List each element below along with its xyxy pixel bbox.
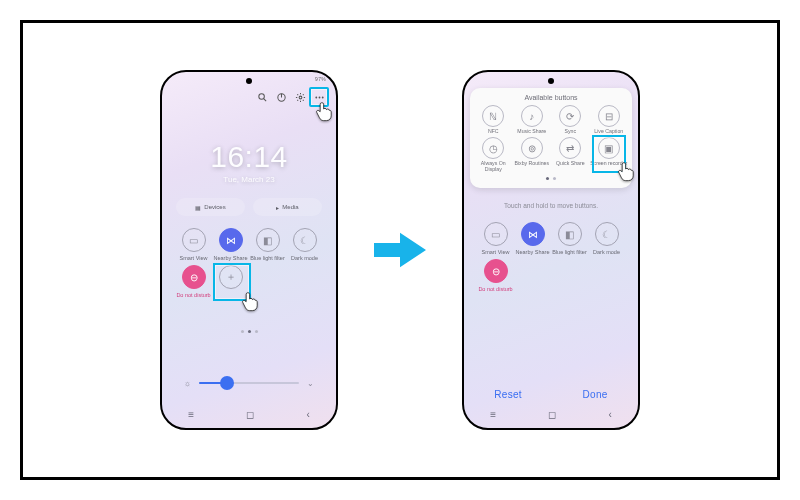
avail-aod[interactable]: ◷Always On Display <box>474 137 513 172</box>
qs-nearby-share[interactable]: ⋈Nearby Share <box>515 222 550 255</box>
left-phone: 97% 16:14 Tue, March 23 ▦Devices ▸Media <box>160 70 338 430</box>
quick-settings-grid: ▭Smart View ⋈Nearby Share ◧Blue light fi… <box>176 228 322 298</box>
nav-back[interactable]: ‹ <box>609 409 612 420</box>
navigation-bar: ≡ ◻ ‹ <box>162 409 336 420</box>
qs-add-button[interactable]: ＋ <box>213 265 248 298</box>
gear-icon[interactable] <box>293 90 307 104</box>
avail-screen-recorder[interactable]: ▣Screen recorder <box>590 137 629 172</box>
lockscreen-clock: 16:14 Tue, March 23 <box>162 140 336 184</box>
qs-dnd[interactable]: ⊖Do not disturb <box>176 265 211 298</box>
status-bar: 97% <box>315 76 326 82</box>
qs-top-icons <box>255 90 326 104</box>
avail-sync[interactable]: ⟳Sync <box>551 105 590 134</box>
qs-smart-view[interactable]: ▭Smart View <box>478 222 513 255</box>
more-icon[interactable] <box>312 90 326 104</box>
svg-point-0 <box>258 93 264 99</box>
avail-music-share[interactable]: ♪Music Share <box>513 105 552 134</box>
footer-actions: Reset Done <box>464 389 638 400</box>
figure-frame: 97% 16:14 Tue, March 23 ▦Devices ▸Media <box>20 20 780 480</box>
clock-time: 16:14 <box>162 140 336 174</box>
svg-point-2 <box>299 96 302 99</box>
media-button[interactable]: ▸Media <box>253 198 322 216</box>
chevron-down-icon[interactable]: ⌄ <box>307 379 314 388</box>
nav-home[interactable]: ◻ <box>246 409 254 420</box>
front-camera <box>246 78 252 84</box>
hint-text: Touch and hold to move buttons. <box>464 202 638 209</box>
highlight-box <box>309 87 329 107</box>
reset-button[interactable]: Reset <box>494 389 522 400</box>
available-buttons-panel: Available buttons ℕNFC ♪Music Share ⟳Syn… <box>470 88 632 188</box>
mid-buttons: ▦Devices ▸Media <box>176 198 322 216</box>
highlight-box <box>213 263 251 301</box>
arrow-right-icon <box>374 228 426 272</box>
nav-recents[interactable]: ≡ <box>490 409 496 420</box>
nav-home[interactable]: ◻ <box>548 409 556 420</box>
qs-dnd[interactable]: ⊖Do not disturb <box>478 259 513 292</box>
highlight-box <box>592 135 626 173</box>
qs-dark-mode[interactable]: ☾Dark mode <box>589 222 624 255</box>
stage: 97% 16:14 Tue, March 23 ▦Devices ▸Media <box>23 23 777 477</box>
devices-button[interactable]: ▦Devices <box>176 198 245 216</box>
nav-recents[interactable]: ≡ <box>188 409 194 420</box>
nav-back[interactable]: ‹ <box>307 409 310 420</box>
pager-dots <box>162 330 336 333</box>
avail-live-caption[interactable]: ⊟Live Caption <box>590 105 629 134</box>
front-camera <box>548 78 554 84</box>
avail-nfc[interactable]: ℕNFC <box>474 105 513 134</box>
avail-bixby[interactable]: ⊚Bixby Routines <box>513 137 552 172</box>
brightness-slider[interactable]: ☼ ⌄ <box>184 376 314 390</box>
search-icon[interactable] <box>255 90 269 104</box>
quick-settings-grid-right: ▭Smart View ⋈Nearby Share ◧Blue light fi… <box>478 222 624 292</box>
panel-pager <box>474 177 628 180</box>
navigation-bar: ≡ ◻ ‹ <box>464 409 638 420</box>
clock-date: Tue, March 23 <box>162 175 336 184</box>
done-button[interactable]: Done <box>583 389 608 400</box>
qs-dark-mode[interactable]: ☾Dark mode <box>287 228 322 261</box>
power-icon[interactable] <box>274 90 288 104</box>
qs-smart-view[interactable]: ▭Smart View <box>176 228 211 261</box>
avail-quick-share[interactable]: ⇄Quick Share <box>551 137 590 172</box>
qs-blue-light[interactable]: ◧Blue light filter <box>552 222 587 255</box>
qs-blue-light[interactable]: ◧Blue light filter <box>250 228 285 261</box>
right-phone: Available buttons ℕNFC ♪Music Share ⟳Syn… <box>462 70 640 430</box>
qs-nearby-share[interactable]: ⋈Nearby Share <box>213 228 248 261</box>
panel-title: Available buttons <box>474 94 628 101</box>
sun-low-icon: ☼ <box>184 379 191 388</box>
